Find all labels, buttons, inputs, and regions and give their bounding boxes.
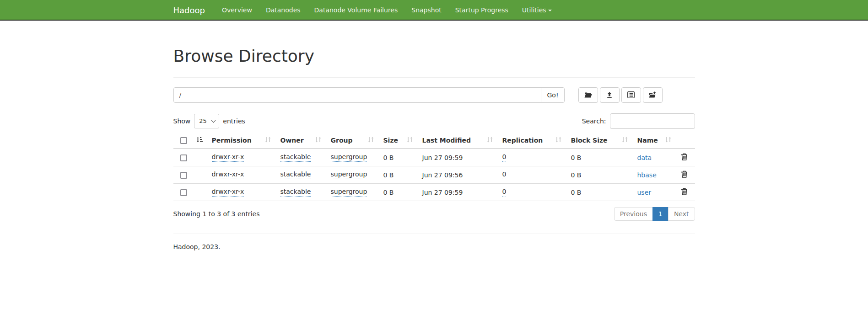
- permission-cell[interactable]: drwxr-xr-x: [212, 170, 244, 179]
- column-header-group[interactable]: Group: [327, 133, 380, 149]
- column-label: Replication: [502, 137, 543, 144]
- column-header-block-size[interactable]: Block Size: [567, 133, 634, 149]
- directory-path-input[interactable]: [173, 87, 542, 103]
- sort-both-icon: [264, 136, 271, 144]
- column-header-name[interactable]: Name: [634, 133, 677, 149]
- page-length-select[interactable]: 25: [194, 114, 219, 128]
- pagination-page-1[interactable]: 1: [653, 207, 669, 221]
- page-title: Browse Directory: [173, 47, 695, 65]
- directory-name-link[interactable]: data: [637, 154, 652, 161]
- column-label: Name: [637, 137, 658, 144]
- owner-cell[interactable]: stackable: [280, 153, 311, 162]
- row-checkbox[interactable]: [180, 189, 187, 196]
- last-modified-cell: Jun 27 09:59: [419, 149, 499, 166]
- nav-item-datanode-volume-failures[interactable]: Datanode Volume Failures: [307, 0, 405, 21]
- sort-asc-icon: [196, 136, 203, 144]
- permission-cell[interactable]: drwxr-xr-x: [212, 188, 244, 197]
- upload-icon: [606, 91, 613, 98]
- list-alt-icon: [627, 91, 635, 98]
- nav-item-datanodes[interactable]: Datanodes: [259, 0, 307, 21]
- column-header-last-modified[interactable]: Last Modified: [419, 133, 499, 149]
- column-header-actions: [677, 133, 695, 149]
- nav-item-overview[interactable]: Overview: [215, 0, 259, 21]
- sort-both-icon: [555, 136, 562, 144]
- permission-cell[interactable]: drwxr-xr-x: [212, 153, 244, 162]
- group-cell[interactable]: supergroup: [331, 153, 367, 162]
- delete-button[interactable]: [681, 188, 688, 197]
- sort-both-icon: [315, 136, 322, 144]
- show-label: Show: [173, 117, 191, 125]
- size-cell: 0 B: [380, 166, 419, 184]
- pagination-previous[interactable]: Previous: [614, 207, 653, 221]
- group-cell[interactable]: supergroup: [331, 188, 367, 197]
- column-label: Owner: [280, 137, 304, 144]
- column-header-select-all[interactable]: [173, 133, 208, 149]
- column-label: Last Modified: [422, 137, 471, 144]
- search-control: Search:: [582, 113, 695, 129]
- folder-move-button[interactable]: [643, 87, 663, 103]
- row-checkbox[interactable]: [180, 172, 187, 179]
- pagination-next[interactable]: Next: [669, 207, 695, 221]
- create-directory-button[interactable]: [578, 87, 598, 103]
- column-label: Permission: [212, 137, 252, 144]
- column-label: Size: [383, 137, 399, 144]
- folder-open-icon: [584, 91, 592, 98]
- entries-label: entries: [223, 117, 245, 125]
- replication-cell[interactable]: 0: [502, 170, 507, 179]
- sort-both-icon: [486, 136, 493, 144]
- block-size-cell: 0 B: [567, 149, 634, 166]
- table-row: drwxr-xr-x stackable supergroup 0 B Jun …: [173, 149, 695, 166]
- select-all-checkbox[interactable]: [180, 137, 187, 144]
- caret-down-icon: [548, 10, 552, 11]
- nav-item-snapshot[interactable]: Snapshot: [404, 0, 448, 21]
- list-alt-button[interactable]: [621, 87, 641, 103]
- column-label: Block Size: [571, 137, 608, 144]
- utilities-label: Utilities: [522, 6, 546, 14]
- delete-button[interactable]: [681, 153, 688, 162]
- owner-cell[interactable]: stackable: [280, 188, 311, 197]
- column-header-size[interactable]: Size: [380, 133, 419, 149]
- last-modified-cell: Jun 27 09:56: [419, 166, 499, 184]
- search-label: Search:: [582, 117, 606, 125]
- pagination: Previous 1 Next: [614, 207, 695, 221]
- upload-files-button[interactable]: [600, 87, 620, 103]
- trash-icon: [681, 155, 688, 162]
- search-input[interactable]: [610, 113, 695, 129]
- go-button[interactable]: Go!: [541, 87, 564, 103]
- nav-item-utilities-dropdown[interactable]: Utilities: [515, 0, 559, 21]
- nav-item-startup-progress[interactable]: Startup Progress: [448, 0, 515, 21]
- page-header: Browse Directory: [173, 47, 695, 78]
- footer-text: Hadoop, 2023.: [173, 243, 695, 250]
- column-label: Group: [331, 137, 353, 144]
- trash-icon: [681, 172, 688, 179]
- path-form: Go!: [173, 87, 695, 103]
- table-header-row: Permission Owner Group Size Last Modifie…: [173, 133, 695, 149]
- size-cell: 0 B: [380, 184, 419, 201]
- block-size-cell: 0 B: [567, 184, 634, 201]
- delete-button[interactable]: [681, 170, 688, 179]
- sort-both-icon: [367, 136, 374, 144]
- replication-cell[interactable]: 0: [502, 188, 507, 197]
- column-header-permission[interactable]: Permission: [208, 133, 277, 149]
- trash-icon: [681, 190, 688, 197]
- block-size-cell: 0 B: [567, 166, 634, 184]
- sort-both-icon: [621, 136, 628, 144]
- sort-both-icon: [665, 136, 672, 144]
- sort-both-icon: [406, 136, 413, 144]
- directory-name-link[interactable]: hbase: [637, 171, 657, 179]
- top-navbar: Hadoop Overview Datanodes Datanode Volum…: [0, 0, 868, 21]
- table-row: drwxr-xr-x stackable supergroup 0 B Jun …: [173, 166, 695, 184]
- directory-name-link[interactable]: user: [637, 189, 652, 196]
- replication-cell[interactable]: 0: [502, 153, 507, 162]
- last-modified-cell: Jun 27 09:59: [419, 184, 499, 201]
- brand-hadoop[interactable]: Hadoop: [173, 0, 205, 21]
- page-length-control: Show 25 entries: [173, 114, 245, 128]
- table-row: drwxr-xr-x stackable supergroup 0 B Jun …: [173, 184, 695, 201]
- row-checkbox[interactable]: [180, 154, 187, 161]
- column-header-owner[interactable]: Owner: [277, 133, 327, 149]
- footer-divider: [173, 234, 695, 234]
- column-header-replication[interactable]: Replication: [499, 133, 567, 149]
- folder-move-icon: [649, 91, 657, 98]
- group-cell[interactable]: supergroup: [331, 170, 367, 179]
- owner-cell[interactable]: stackable: [280, 170, 311, 179]
